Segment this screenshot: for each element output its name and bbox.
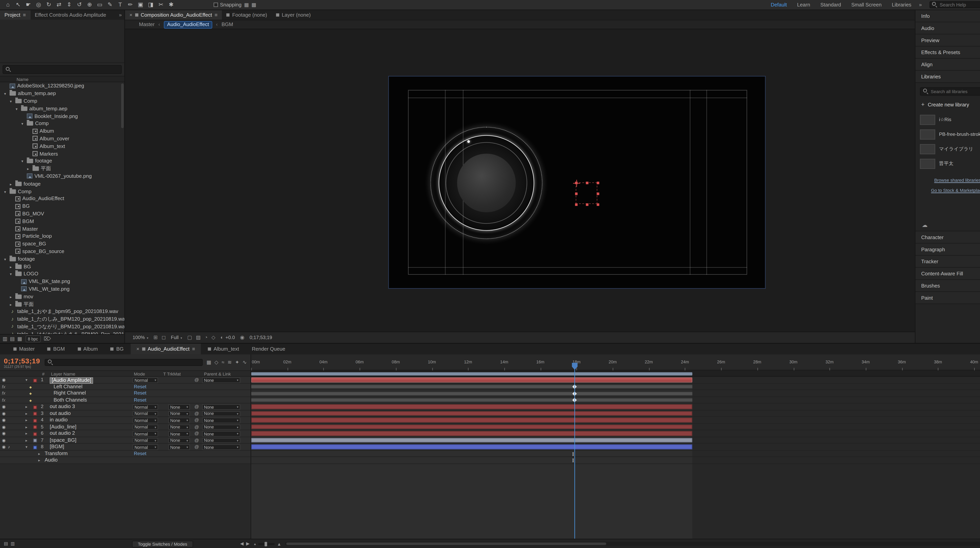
layer-row[interactable]: ◉♪▾8[BGM]Normal▾None▾@None▾ (0, 444, 250, 451)
pickwhip-icon[interactable]: @ (194, 424, 199, 430)
current-timecode[interactable]: 0;17;53;19 (4, 357, 41, 364)
label-color-chip[interactable] (33, 425, 37, 429)
eye-toggle-icon[interactable]: ◉ (2, 403, 6, 410)
timeline-tab[interactable]: Album_text (202, 344, 245, 354)
viewer-tab[interactable]: Layer (none) (272, 10, 315, 20)
timeline-tab[interactable]: BG (105, 344, 129, 354)
orbit-camera-tool-icon[interactable]: ↻ (45, 0, 53, 10)
panel-menu-icon[interactable]: ≡ (215, 12, 218, 18)
tree-item[interactable]: ▸平面 (0, 300, 124, 308)
mode-select[interactable]: Normal▾ (133, 404, 158, 409)
selection-handle[interactable] (586, 182, 589, 184)
timeline-horizontal-scrollbar[interactable] (285, 542, 980, 546)
trkmat-select[interactable]: None▾ (169, 431, 190, 436)
interpret-footage-icon[interactable]: ▥ (3, 336, 8, 342)
keyframe-navigator-icon[interactable]: ◆ (29, 383, 32, 390)
eye-toggle-icon[interactable]: ◉ (2, 430, 6, 437)
workspace-small-screen[interactable]: Small Screen (851, 2, 881, 8)
twirl-open-icon[interactable]: ▾ (3, 189, 8, 194)
panel-header-align[interactable]: Align (915, 59, 980, 71)
mode-select[interactable]: Normal▾ (133, 424, 158, 430)
panel-header-paint[interactable]: Paint (915, 292, 980, 304)
property-row[interactable]: ▸TransformReset (0, 451, 250, 457)
trkmat-select[interactable]: None▾ (169, 444, 190, 450)
twirl-closed-icon[interactable]: ▸ (25, 424, 27, 430)
layer-name[interactable]: out audio (50, 410, 71, 417)
transparency-grid-icon[interactable]: ▨ (196, 335, 201, 341)
tree-item[interactable]: VML_BK_tate.png (0, 278, 124, 285)
layer-duration-bar[interactable] (251, 438, 692, 442)
label-color-chip[interactable] (33, 405, 37, 409)
viewer-tab[interactable]: Footage (none) (222, 10, 272, 20)
track-row[interactable] (251, 397, 980, 403)
selection-handle[interactable] (575, 193, 578, 195)
view-options-icon[interactable]: ◇ (212, 335, 215, 341)
pickwhip-icon[interactable]: @ (194, 430, 199, 437)
timeline-tab[interactable]: ×Audio_AudioEffect≡ (131, 344, 201, 354)
twirl-open-icon[interactable]: ▾ (14, 106, 19, 111)
pickwhip-icon[interactable]: @ (194, 417, 199, 424)
workspace-learn[interactable]: Learn (797, 2, 810, 8)
layer-duration-bar[interactable] (251, 424, 692, 429)
trkmat-select[interactable]: None▾ (169, 411, 190, 416)
speaker-toggle-icon[interactable]: ♪ (6, 444, 11, 451)
selection-handle[interactable] (575, 204, 578, 206)
label-color-chip[interactable] (33, 419, 37, 422)
timeline-tab[interactable]: Album (72, 344, 104, 354)
tree-item[interactable]: Album (0, 127, 124, 135)
track-row[interactable] (251, 424, 980, 430)
trash-icon[interactable]: ⌦ (44, 336, 51, 342)
track-row[interactable] (251, 437, 980, 444)
shape-tool-icon[interactable]: ▭ (95, 0, 104, 10)
panel-header-tracker[interactable]: Tracker (915, 256, 980, 268)
pickwhip-icon[interactable]: @ (194, 410, 199, 417)
twirl-closed-icon[interactable]: ▸ (38, 451, 40, 457)
timeline-tab[interactable]: Master (8, 344, 40, 354)
panel-menu-icon[interactable]: ≡ (192, 346, 195, 352)
twirl-closed-icon[interactable]: ▸ (25, 430, 27, 437)
label-color-chip[interactable] (33, 439, 37, 443)
time-ruler[interactable]: 00m02m04m06m08m10m12m14m16m18m20m22m24m2… (251, 354, 980, 370)
property-row[interactable]: fx◆Left ChannelReset (0, 383, 250, 390)
twirl-closed-icon[interactable]: ▸ (25, 403, 27, 410)
layer-row[interactable]: ◉▾1[Audio Amplitude]Normal▾@None▾ (0, 377, 250, 383)
twirl-closed-icon[interactable]: ▸ (25, 437, 27, 444)
zoom-slider[interactable] (259, 543, 275, 545)
property-row[interactable]: fx◆Both ChannelsReset (0, 397, 250, 403)
dolly-camera-tool-icon[interactable]: ⇕ (65, 0, 73, 10)
layer-duration-bar[interactable] (251, 444, 692, 449)
tree-item[interactable]: ▾Comp (0, 120, 124, 127)
help-search[interactable] (929, 2, 980, 8)
resolution-select[interactable]: Full ▾ (171, 335, 182, 341)
pickwhip-icon[interactable]: @ (194, 377, 199, 383)
parent-select[interactable]: None▾ (202, 431, 240, 436)
keyframe-navigator-icon[interactable]: ◆ (29, 397, 32, 403)
keyframe-ibeam-icon[interactable]: I (572, 457, 574, 464)
tree-item[interactable]: ▸footage (0, 180, 124, 187)
twirl-closed-icon[interactable]: ▸ (25, 410, 27, 417)
zoom-slider-handle[interactable] (265, 542, 267, 546)
parent-select[interactable]: None▾ (202, 444, 240, 450)
tree-item[interactable]: ▾album_temp.aep (0, 105, 124, 112)
pen-tool-icon[interactable]: ✎ (106, 0, 114, 10)
twirl-open-icon[interactable]: ▾ (25, 377, 27, 383)
tree-item[interactable]: Booklet_Inside.png (0, 112, 124, 120)
clone-stamp-tool-icon[interactable]: ▣ (137, 0, 145, 10)
work-area-bar[interactable] (251, 372, 692, 375)
selection-handle[interactable] (586, 204, 589, 206)
parent-select[interactable]: None▾ (202, 411, 240, 416)
motion-blur-icon[interactable]: ✦ (235, 360, 239, 365)
rotation-tool-icon[interactable]: ↺ (75, 0, 83, 10)
panel-header-brushes[interactable]: Brushes (915, 280, 980, 292)
property-name[interactable]: Both Channels (54, 397, 87, 403)
library-link[interactable]: Go to Stock & Marketplace (931, 188, 980, 193)
eye-toggle-icon[interactable]: ◉ (2, 377, 6, 383)
scroll-right-icon[interactable]: ▶ (246, 541, 250, 546)
layer-row[interactable]: ◉▸7[space_BG]Normal▾None▾@None▾ (0, 437, 250, 444)
close-icon[interactable]: × (129, 12, 132, 18)
libraries-search[interactable] (920, 88, 980, 96)
panel-header-effects-presets[interactable]: Effects & Presets (915, 46, 980, 59)
panel-menu-icon[interactable]: ≡ (23, 12, 26, 18)
eye-toggle-icon[interactable]: ◉ (2, 424, 6, 430)
zoom-tool-icon[interactable]: ◎ (35, 0, 43, 10)
